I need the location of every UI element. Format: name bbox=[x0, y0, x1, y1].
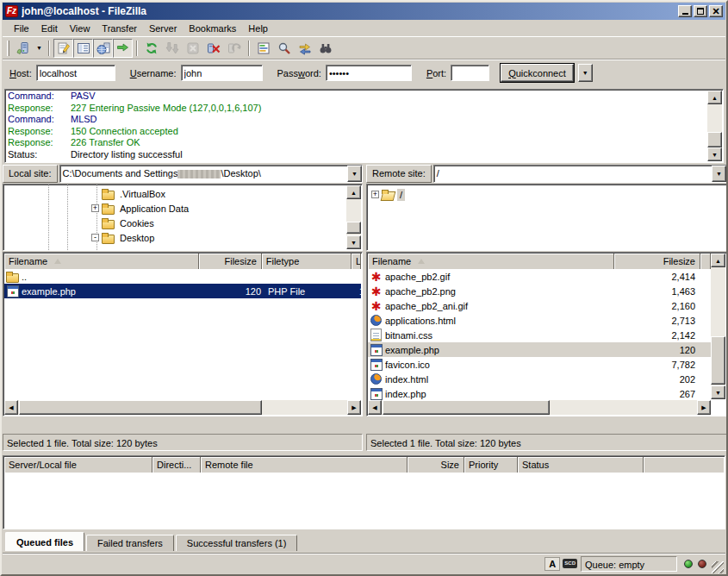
scroll-down-icon[interactable]: ▼ bbox=[707, 147, 722, 161]
scroll-up-icon[interactable]: ▲ bbox=[346, 185, 361, 199]
file-row[interactable]: .. bbox=[4, 269, 361, 284]
host-input[interactable] bbox=[36, 65, 115, 81]
site-manager-button[interactable] bbox=[13, 39, 34, 58]
menu-edit[interactable]: Edit bbox=[35, 22, 64, 35]
site-manager-dropdown[interactable]: ▼ bbox=[34, 39, 45, 58]
file-row[interactable]: bitnami.css2,142 bbox=[368, 328, 711, 342]
filter-button[interactable] bbox=[253, 39, 274, 58]
file-row[interactable]: example.php 120 PHP File 1 bbox=[4, 284, 361, 298]
close-button[interactable]: ✕ bbox=[709, 5, 723, 17]
column-header-filesize[interactable]: Filesize bbox=[199, 254, 262, 269]
password-input[interactable] bbox=[326, 65, 412, 81]
remote-list-vscrollbar[interactable]: ▲ ▼ bbox=[711, 254, 725, 399]
file-row[interactable]: apache_pb2_ani.gif2,160 bbox=[368, 298, 711, 313]
port-input[interactable] bbox=[451, 65, 489, 81]
data-type-indicator-icon[interactable]: A bbox=[544, 557, 560, 571]
scroll-left-icon[interactable]: ◀ bbox=[4, 400, 18, 415]
speed-limit-indicator-icon[interactable]: SCD bbox=[563, 559, 577, 568]
file-row[interactable]: index.html202 bbox=[368, 372, 711, 386]
menu-bookmarks[interactable]: Bookmarks bbox=[183, 22, 242, 35]
tree-item[interactable]: -Desktop bbox=[91, 230, 345, 245]
minimize-button[interactable] bbox=[678, 5, 692, 17]
file-row[interactable]: apache_pb2.gif2,414 bbox=[368, 269, 711, 284]
scroll-right-icon[interactable]: ▶ bbox=[697, 400, 711, 415]
quickconnect-button[interactable]: Quickconnect bbox=[501, 64, 574, 82]
scroll-right-icon[interactable]: ▶ bbox=[347, 400, 361, 415]
queue-column-priority[interactable]: Priority bbox=[464, 457, 518, 473]
file-row[interactable]: favicon.ico7,782 bbox=[368, 357, 711, 372]
file-row[interactable]: applications.html2,713 bbox=[368, 313, 711, 328]
remote-list-hscrollbar[interactable]: ◀ ▶ bbox=[368, 400, 711, 415]
menu-view[interactable]: View bbox=[64, 22, 96, 35]
local-list-hscrollbar[interactable]: ◀ ▶ bbox=[4, 400, 361, 415]
queue-column-server-local-file[interactable]: Server/Local file bbox=[4, 457, 152, 473]
process-queue-button[interactable] bbox=[162, 39, 183, 58]
menu-file[interactable]: File bbox=[8, 22, 35, 35]
quickconnect-bar: Host: Username: Password: Port: Quickcon… bbox=[3, 59, 725, 86]
site-manager-icon bbox=[16, 41, 30, 55]
toolbar-separator bbox=[136, 41, 138, 56]
scrollbar-thumb[interactable] bbox=[383, 400, 550, 415]
column-header-filename[interactable]: Filename bbox=[4, 254, 199, 269]
directory-comparison-button[interactable] bbox=[274, 39, 295, 58]
toggle-message-log-button[interactable] bbox=[53, 39, 73, 58]
scrollbar-thumb[interactable] bbox=[19, 400, 262, 415]
cancel-icon bbox=[186, 41, 200, 55]
menu-server[interactable]: Server bbox=[143, 22, 183, 35]
username-input[interactable] bbox=[181, 65, 263, 81]
remote-path-dropdown[interactable]: ▼ bbox=[712, 166, 726, 182]
column-header-filename[interactable]: Filename bbox=[368, 254, 614, 269]
resize-grip[interactable] bbox=[712, 561, 724, 573]
cancel-button[interactable] bbox=[183, 39, 203, 58]
tab-failed-transfers[interactable]: Failed transfers bbox=[86, 535, 174, 551]
tab-queued-files[interactable]: Queued files bbox=[5, 532, 84, 551]
scroll-down-icon[interactable]: ▼ bbox=[346, 235, 361, 249]
expander-icon[interactable]: + bbox=[371, 191, 379, 198]
scroll-left-icon[interactable]: ◀ bbox=[368, 400, 382, 415]
scrollbar-thumb[interactable] bbox=[707, 132, 722, 147]
file-row[interactable]: example.php120 bbox=[368, 342, 711, 357]
tree-item[interactable]: +Application Data bbox=[91, 201, 345, 216]
expander-icon[interactable]: - bbox=[91, 234, 99, 241]
column-header-last-modified[interactable]: L bbox=[352, 254, 361, 269]
queue-column-size[interactable]: Size bbox=[408, 457, 464, 473]
remote-path-combobox[interactable]: / ▼ bbox=[433, 165, 727, 183]
maximize-button[interactable] bbox=[694, 5, 707, 17]
disconnect-button[interactable] bbox=[203, 39, 224, 58]
tree-item[interactable]: Cookies bbox=[91, 216, 345, 230]
menu-transfer[interactable]: Transfer bbox=[96, 22, 143, 35]
file-row[interactable]: apache_pb2.png1,463 bbox=[368, 284, 711, 298]
refresh-button[interactable] bbox=[141, 39, 162, 58]
scrollbar-thumb[interactable] bbox=[346, 222, 361, 234]
search-button[interactable] bbox=[315, 39, 336, 58]
titlebar[interactable]: Fz john@localhost - FileZilla ✕ bbox=[3, 3, 725, 20]
tree-item[interactable]: +/ bbox=[371, 187, 405, 202]
synchronized-browsing-button[interactable] bbox=[295, 39, 315, 58]
toggle-local-tree-button[interactable] bbox=[73, 39, 93, 58]
scroll-down-icon[interactable]: ▼ bbox=[711, 385, 725, 399]
tree-item[interactable]: .VirtualBox bbox=[91, 186, 345, 201]
column-header-filetype[interactable]: Filetype bbox=[262, 254, 352, 269]
scroll-up-icon[interactable]: ▲ bbox=[711, 254, 725, 267]
local-path-combobox[interactable]: C:\Documents and Settings\Desktop\ ▼ bbox=[59, 165, 363, 183]
toolbar-grip[interactable] bbox=[7, 41, 9, 56]
tab-successful-transfers[interactable]: Successful transfers (1) bbox=[176, 535, 298, 551]
queue-column-remote-file[interactable]: Remote file bbox=[201, 457, 408, 473]
local-path-dropdown[interactable]: ▼ bbox=[347, 166, 362, 182]
queue-column-direction[interactable]: Directi... bbox=[152, 457, 201, 473]
reconnect-button[interactable] bbox=[224, 39, 245, 58]
column-header-filesize[interactable]: Filesize bbox=[614, 254, 700, 269]
toggle-remote-tree-button[interactable] bbox=[93, 39, 113, 58]
expander-icon[interactable]: + bbox=[91, 204, 99, 212]
scrollbar-thumb[interactable] bbox=[711, 336, 725, 385]
scroll-up-icon[interactable]: ▲ bbox=[707, 91, 722, 104]
file-row[interactable]: index.php267 bbox=[368, 386, 711, 401]
queue-column-status[interactable]: Status bbox=[518, 457, 644, 473]
remote-site-pane: Remote site: / ▼ +/ bbox=[366, 165, 727, 251]
toggle-queue-button[interactable] bbox=[113, 39, 133, 58]
log-line: Command:MLSD bbox=[8, 114, 706, 126]
menu-help[interactable]: Help bbox=[242, 22, 274, 35]
log-scrollbar[interactable]: ▲ ▼ bbox=[707, 91, 722, 161]
quickconnect-dropdown[interactable]: ▼ bbox=[578, 64, 593, 82]
local-tree-scrollbar[interactable]: ▲ ▼ bbox=[346, 185, 361, 249]
